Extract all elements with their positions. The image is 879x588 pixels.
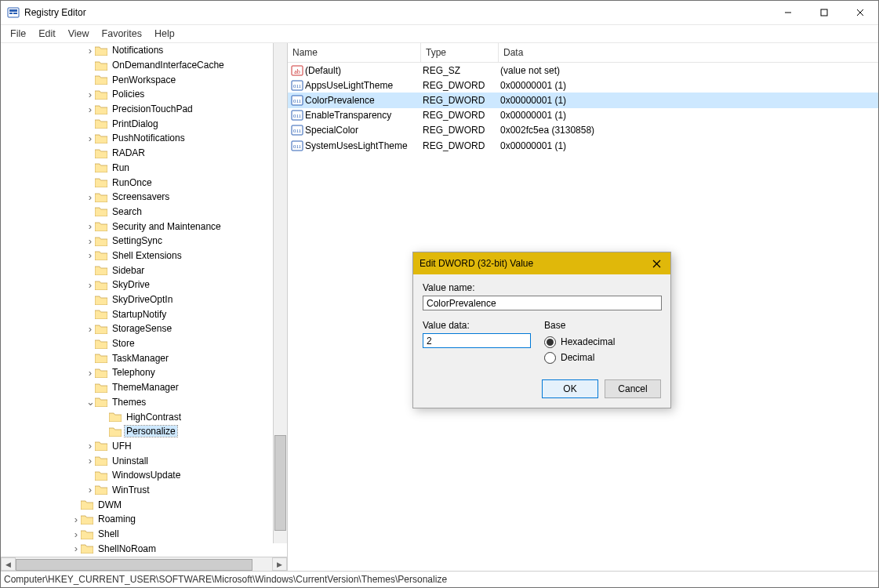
- tree-label[interactable]: Notifications: [111, 45, 165, 56]
- tree-label[interactable]: SkyDriveOptIn: [111, 294, 174, 305]
- tree-label[interactable]: Screensavers: [111, 191, 171, 202]
- tree-label[interactable]: OnDemandInterfaceCache: [111, 60, 226, 71]
- tree-label[interactable]: Run: [111, 162, 131, 173]
- tree-label[interactable]: Uninstall: [111, 456, 150, 466]
- tree-item[interactable]: ›Screensavers: [1, 190, 287, 205]
- tree-label[interactable]: Roaming: [96, 514, 137, 524]
- collapse-icon[interactable]: ⌄: [85, 396, 95, 408]
- tree-label[interactable]: StartupNotify: [111, 309, 168, 320]
- list-row[interactable]: SpecialColorREG_DWORD0x002fc5ea (3130858…: [288, 123, 878, 138]
- tree-label[interactable]: ShellNoRoam: [96, 543, 158, 554]
- tree-item[interactable]: Search: [1, 205, 287, 220]
- tree-item[interactable]: DWM: [1, 497, 287, 512]
- tree-item[interactable]: ›ShellNoRoam: [1, 541, 287, 556]
- tree-label[interactable]: Policies: [111, 89, 146, 100]
- tree-item[interactable]: OnDemandInterfaceCache: [1, 58, 287, 73]
- tree-label[interactable]: RunOnce: [111, 177, 154, 188]
- tree-horizontal-scrollbar[interactable]: ◀ ▶: [1, 557, 287, 571]
- tree-item[interactable]: ›WinTrust: [1, 483, 287, 498]
- list-row[interactable]: SystemUsesLightThemeREG_DWORD0x00000001 …: [288, 138, 878, 153]
- tree-label[interactable]: HighContrast: [125, 412, 183, 423]
- tree-vertical-scrollbar[interactable]: [273, 43, 287, 543]
- expand-icon[interactable]: ›: [85, 132, 95, 144]
- tree-label[interactable]: Shell: [96, 528, 121, 539]
- tree-item[interactable]: ›Shell: [1, 527, 287, 542]
- tree-label[interactable]: SkyDrive: [111, 279, 151, 290]
- tree-item[interactable]: ›PushNotifications: [1, 131, 287, 146]
- tree-label[interactable]: UFH: [111, 441, 133, 452]
- expand-icon[interactable]: ›: [85, 103, 95, 115]
- expand-icon[interactable]: ›: [85, 45, 95, 56]
- minimize-button[interactable]: [770, 1, 806, 24]
- dialog-titlebar[interactable]: Edit DWORD (32-bit) Value: [413, 252, 670, 274]
- list-row[interactable]: AppsUseLightThemeREG_DWORD0x00000001 (1): [288, 78, 878, 93]
- close-button[interactable]: [842, 1, 878, 24]
- tree-item[interactable]: PrintDialog: [1, 116, 287, 131]
- dialog-close-button[interactable]: [648, 256, 664, 271]
- tree-label[interactable]: Telephony: [111, 367, 157, 378]
- expand-icon[interactable]: ›: [85, 440, 95, 452]
- tree-item[interactable]: PenWorkspace: [1, 72, 287, 87]
- tree-item[interactable]: ›Notifications: [1, 43, 287, 58]
- tree-item[interactable]: Sidebar: [1, 263, 287, 278]
- menu-edit[interactable]: Edit: [32, 27, 62, 41]
- expand-icon[interactable]: ›: [71, 543, 81, 554]
- expand-icon[interactable]: ›: [85, 89, 95, 100]
- tree-item[interactable]: ›Roaming: [1, 512, 287, 527]
- expand-icon[interactable]: ›: [85, 220, 95, 232]
- cancel-button[interactable]: Cancel: [605, 379, 661, 398]
- scroll-thumb[interactable]: [16, 559, 252, 571]
- expand-icon[interactable]: ›: [71, 514, 81, 525]
- menu-help[interactable]: Help: [148, 27, 181, 41]
- tree-item[interactable]: TaskManager: [1, 350, 287, 365]
- list-row[interactable]: EnableTransparencyREG_DWORD0x00000001 (1…: [288, 108, 878, 123]
- expand-icon[interactable]: ›: [85, 279, 95, 291]
- tree-item[interactable]: Store: [1, 336, 287, 351]
- scroll-thumb[interactable]: [274, 435, 286, 531]
- tree-label[interactable]: PrintDialog: [111, 118, 160, 129]
- tree-label[interactable]: Shell Extensions: [111, 250, 183, 261]
- tree-item[interactable]: RADAR: [1, 146, 287, 161]
- column-header-type[interactable]: Type: [421, 43, 499, 62]
- tree-item[interactable]: ⌄Themes: [1, 395, 287, 410]
- menu-favorites[interactable]: Favorites: [96, 27, 148, 41]
- value-data-input[interactable]: [423, 333, 531, 348]
- expand-icon[interactable]: ›: [85, 191, 95, 203]
- tree-label[interactable]: StorageSense: [111, 323, 173, 334]
- ok-button[interactable]: OK: [542, 379, 598, 398]
- tree-label[interactable]: DWM: [96, 499, 123, 510]
- tree-item[interactable]: RunOnce: [1, 175, 287, 190]
- tree-label[interactable]: WinTrust: [111, 485, 151, 495]
- tree-item[interactable]: ›SkyDrive: [1, 278, 287, 292]
- tree-label[interactable]: TaskManager: [111, 353, 170, 364]
- tree-label[interactable]: Personalize: [125, 426, 177, 437]
- menu-view[interactable]: View: [62, 27, 96, 41]
- expand-icon[interactable]: ›: [71, 528, 81, 540]
- tree-item[interactable]: ›UFH: [1, 439, 287, 454]
- scroll-right-button[interactable]: ▶: [272, 557, 287, 571]
- tree-item[interactable]: ThemeManager: [1, 380, 287, 395]
- expand-icon[interactable]: ›: [85, 367, 95, 379]
- tree-label[interactable]: Themes: [111, 397, 147, 408]
- tree-item[interactable]: Personalize: [1, 424, 287, 439]
- list-row[interactable]: (Default)REG_SZ(value not set): [288, 63, 878, 78]
- tree-label[interactable]: Sidebar: [111, 265, 146, 276]
- tree-item[interactable]: ›Telephony: [1, 365, 287, 380]
- tree-item[interactable]: ›SettingSync: [1, 234, 287, 249]
- expand-icon[interactable]: ›: [85, 249, 95, 261]
- value-name-input[interactable]: [423, 296, 662, 310]
- column-header-name[interactable]: Name: [288, 43, 421, 62]
- expand-icon[interactable]: ›: [85, 484, 95, 495]
- tree-label[interactable]: RADAR: [111, 147, 147, 158]
- radio-hexadecimal[interactable]: Hexadecimal: [544, 334, 661, 350]
- tree-item[interactable]: ›Shell Extensions: [1, 249, 287, 263]
- tree-label[interactable]: PenWorkspace: [111, 74, 177, 85]
- menu-file[interactable]: File: [4, 27, 32, 41]
- tree-label[interactable]: Store: [111, 338, 136, 349]
- tree-item[interactable]: ›Uninstall: [1, 453, 287, 468]
- tree-item[interactable]: HighContrast: [1, 409, 287, 424]
- tree-item[interactable]: ›StorageSense: [1, 321, 287, 336]
- tree-label[interactable]: ThemeManager: [111, 382, 180, 393]
- tree-label[interactable]: SettingSync: [111, 235, 164, 246]
- radio-decimal[interactable]: Decimal: [544, 350, 661, 365]
